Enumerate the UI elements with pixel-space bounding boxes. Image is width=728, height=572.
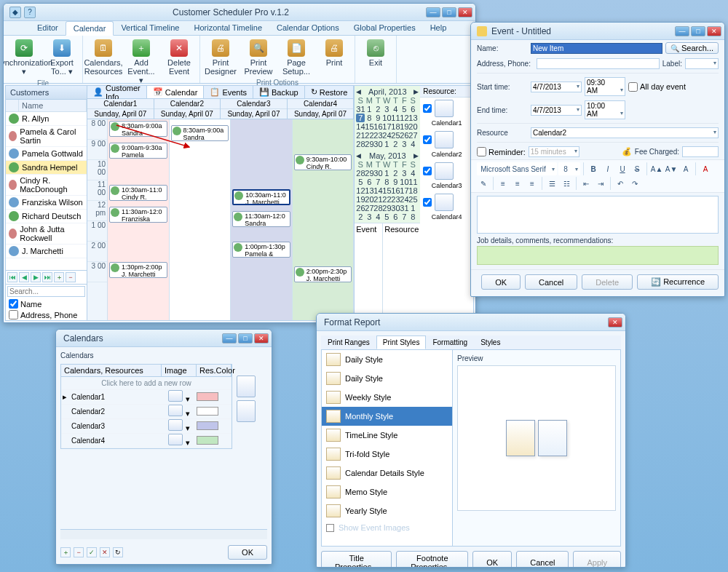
- font-color-icon[interactable]: A: [699, 162, 712, 175]
- midtab-restore[interactable]: ↻Restore: [305, 86, 355, 98]
- nav-last-icon[interactable]: ⏭: [42, 272, 52, 282]
- rpt-title-props-button[interactable]: Title Properties...: [321, 551, 392, 568]
- appointment[interactable]: 8:30am-9:00a Sandra: [171, 125, 229, 141]
- ev-search-button[interactable]: 🔍 Search...: [665, 42, 719, 54]
- customer-row[interactable]: J. Marchetti: [6, 245, 87, 258]
- number-list-icon[interactable]: ☷: [560, 177, 573, 190]
- midtab-customer-info[interactable]: 👤Customer Info: [87, 86, 147, 98]
- customer-row[interactable]: Richard Deutsch: [6, 210, 87, 223]
- appointment[interactable]: 9:00am-9:30a Pamela: [109, 143, 167, 159]
- evdlg-close[interactable]: ✕: [707, 26, 721, 36]
- customers-col-name[interactable]: Name: [19, 100, 87, 111]
- ribbon-exit[interactable]: ⎋Exit: [358, 37, 393, 73]
- resource-item[interactable]: [420, 129, 473, 151]
- print-style-item[interactable]: Daily Style: [322, 350, 452, 369]
- ribbon-page-setup[interactable]: 📄Page Setup...: [279, 37, 314, 78]
- ribbon-print-designer[interactable]: 🖨Print Designer: [203, 37, 238, 78]
- font-style-icon[interactable]: A: [679, 162, 692, 175]
- appointment[interactable]: 11:30am-12:0 Sandra: [232, 211, 290, 227]
- customer-row[interactable]: Cindy R. MacDonough: [6, 175, 87, 196]
- rpt-tab-ranges[interactable]: Print Ranges: [321, 335, 376, 349]
- print-style-item[interactable]: Calendar Details Style: [322, 464, 452, 482]
- customers-search-input[interactable]: [7, 286, 85, 297]
- midtab-calendar[interactable]: 📅Calendar: [147, 86, 205, 98]
- ribbon-add-event[interactable]: ＋Add Event... ▾: [124, 37, 159, 87]
- appointment[interactable]: 9:30am-10:00 Cindy R.: [294, 154, 352, 170]
- nav-prev-icon[interactable]: ◀: [19, 272, 29, 282]
- align-center-icon[interactable]: ≡: [511, 177, 524, 190]
- resource-item[interactable]: [420, 191, 473, 213]
- rpt-footnote-props-button[interactable]: Footnote Properties...: [396, 551, 468, 568]
- customers-list[interactable]: R. AllynPamela & Carol SartinPamela Gott…: [6, 112, 87, 270]
- print-styles-list[interactable]: Daily StyleDaily StyleWeekly StyleMonthl…: [322, 350, 453, 546]
- ev-label-combo[interactable]: [685, 58, 719, 69]
- appointment[interactable]: 1:30pm-2:00p J. Marchetti: [109, 262, 167, 278]
- rpt-ok-button[interactable]: OK: [472, 551, 512, 568]
- caldlg-close[interactable]: ✕: [254, 333, 269, 343]
- caldlg-add-icon[interactable]: ＋: [60, 547, 71, 557]
- filter-name-check[interactable]: [9, 299, 18, 309]
- print-style-item[interactable]: TimeLine Style: [322, 426, 452, 445]
- app-menu-icon[interactable]: ◆: [9, 7, 21, 18]
- window-minimize[interactable]: —: [426, 7, 440, 17]
- calendar-row[interactable]: Calendar4 ▾: [61, 434, 232, 448]
- rpt-cancel-button[interactable]: Cancel: [516, 551, 569, 568]
- italic-icon[interactable]: I: [601, 162, 614, 175]
- ev-start-time[interactable]: 09:30 AM: [585, 77, 625, 96]
- bold-icon[interactable]: B: [587, 162, 600, 175]
- print-style-item[interactable]: Memo Style: [322, 482, 452, 501]
- underline-icon[interactable]: U: [616, 162, 629, 175]
- customer-row[interactable]: Pamela & Carol Sartin: [6, 126, 87, 147]
- ev-start-date[interactable]: 4/7/2013: [531, 82, 582, 92]
- mini-calendar-may[interactable]: ◀May, 2013▶SMTWTFS2829301234567891011121…: [355, 150, 420, 223]
- outdent-icon[interactable]: ⇤: [579, 177, 593, 190]
- ev-job-field[interactable]: [477, 246, 719, 265]
- filter-address-check[interactable]: [9, 310, 18, 319]
- print-style-item[interactable]: Yearly Style: [322, 501, 452, 520]
- caldlg-max[interactable]: □: [238, 333, 253, 343]
- caldlg-del-icon[interactable]: −: [74, 547, 84, 557]
- tab-calendar-options[interactable]: Calendar Options: [269, 21, 347, 35]
- customer-row[interactable]: R. Allyn: [6, 112, 87, 126]
- show-event-images-check[interactable]: Show Event Images: [322, 520, 452, 535]
- caldlg-ok-button[interactable]: OK: [228, 545, 267, 560]
- ev-delete-button[interactable]: Delete: [582, 274, 633, 290]
- appointment[interactable]: 11:30am-12:0 Franziska: [109, 207, 167, 223]
- print-style-item[interactable]: Weekly Style: [322, 388, 452, 407]
- customer-row[interactable]: John & Jutta Rockwell: [6, 223, 87, 245]
- ev-name-field[interactable]: New Item: [531, 43, 662, 54]
- tab-editor[interactable]: Editor: [30, 21, 66, 35]
- ev-resource-combo[interactable]: Calendar2: [531, 127, 719, 138]
- indent-icon[interactable]: ⇥: [594, 177, 607, 190]
- tab-vertical-timeline[interactable]: Vertical Timeline: [114, 21, 186, 35]
- print-style-item[interactable]: Monthly Style: [322, 407, 452, 426]
- nav-next-icon[interactable]: ▶: [31, 272, 41, 282]
- help-icon[interactable]: ?: [24, 7, 36, 18]
- caldlg-cancel-icon[interactable]: ✕: [100, 547, 110, 557]
- ev-reminder-combo[interactable]: 15 minutes: [529, 146, 579, 157]
- calendar4-col[interactable]: 9:30am-10:00 Cindy R.2:00pm-2:30p J. Mar…: [293, 119, 355, 320]
- font-inc-icon[interactable]: A▲: [650, 162, 663, 175]
- calendar2-col[interactable]: 8:30am-9:00a Sandra: [170, 119, 232, 320]
- calendars-col-color[interactable]: Res.Color: [197, 365, 232, 376]
- appointment[interactable]: 2:00pm-2:30p J. Marchetti: [294, 266, 352, 282]
- ev-allday-check[interactable]: [628, 82, 638, 92]
- ribbon-print[interactable]: 🖨Print: [317, 37, 352, 78]
- resource-item[interactable]: [420, 98, 473, 119]
- window-maximize[interactable]: □: [442, 7, 456, 17]
- ev-recurrence-button[interactable]: Recurrence: [637, 274, 719, 290]
- tab-horizontal-timeline[interactable]: Horizontal Timeline: [186, 21, 269, 35]
- rpt-apply-button[interactable]: Apply: [573, 551, 621, 568]
- ribbon-export[interactable]: ⬇Export To... ▾: [44, 37, 79, 79]
- rpt-tab-formatting[interactable]: Formatting: [426, 335, 474, 349]
- caldlg-min[interactable]: —: [222, 333, 237, 343]
- evdlg-min[interactable]: —: [675, 26, 689, 36]
- calendars-col-image[interactable]: Image: [162, 365, 197, 376]
- strike-icon[interactable]: S: [630, 162, 644, 175]
- rptdlg-close[interactable]: ✕: [608, 317, 622, 327]
- customer-row[interactable]: Sandra Hempel: [6, 161, 87, 175]
- ev-size-combo[interactable]: 8: [558, 162, 580, 175]
- mini-calendar-april[interactable]: ◀April, 2013▶SMTWTFS31123456789101112131…: [355, 86, 420, 150]
- ev-ok-button[interactable]: OK: [481, 274, 521, 290]
- tab-calendar[interactable]: Calendar: [66, 21, 114, 36]
